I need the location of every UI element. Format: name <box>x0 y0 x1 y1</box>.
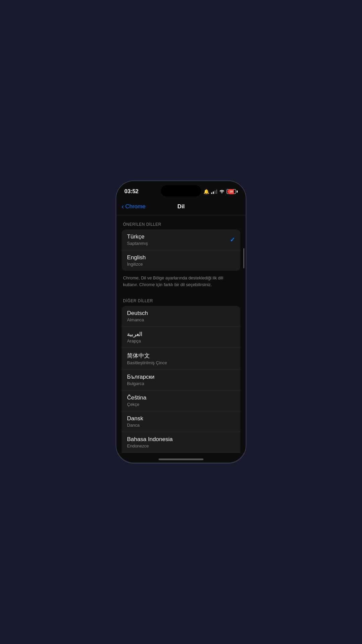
language-name-english: English <box>127 254 146 261</box>
language-text-turkish: Türkçe Saptanmış <box>127 233 148 246</box>
recommended-languages-list: Türkçe Saptanmış ✓ English İngilizce <box>122 229 240 271</box>
language-name-czech: Čeština <box>127 394 146 401</box>
checkmark-icon: ✓ <box>230 236 235 244</box>
language-item-indonesian[interactable]: Bahasa Indonesia Endonezce <box>122 432 240 453</box>
language-subtitle-indonesian: Endonezce <box>127 443 173 448</box>
signal-bars <box>211 189 217 194</box>
language-name-indonesian: Bahasa Indonesia <box>127 436 173 443</box>
language-item-czech[interactable]: Čeština Çekçe <box>122 390 240 411</box>
back-chevron-icon: ‹ <box>122 203 124 210</box>
language-item-chinese[interactable]: 简体中文 Basitleştirilmiş Çince <box>122 348 240 370</box>
battery: 20 <box>227 189 238 194</box>
language-name-danish: Dansk <box>127 415 143 422</box>
language-item-danish[interactable]: Dansk Danca <box>122 411 240 432</box>
home-indicator <box>159 459 203 460</box>
language-item-bulgarian[interactable]: Български Bulgarca <box>122 370 240 390</box>
language-text-indonesian: Bahasa Indonesia Endonezce <box>127 436 173 448</box>
language-item-english[interactable]: English İngilizce <box>122 250 240 271</box>
content-area: ÖNERİLEN DİLLER Türkçe Saptanmış ✓ Engli… <box>116 215 246 453</box>
bell-icon: 🔔 <box>203 189 209 194</box>
language-subtitle-czech: Çekçe <box>127 402 146 407</box>
language-name-bulgarian: Български <box>127 374 155 380</box>
language-subtitle-english: İngilizce <box>127 262 146 267</box>
back-label: Chrome <box>125 203 145 210</box>
language-name-turkish: Türkçe <box>127 233 148 240</box>
wifi-icon <box>219 189 225 194</box>
language-text-danish: Dansk Danca <box>127 415 143 428</box>
language-text-czech: Čeština Çekçe <box>127 394 146 407</box>
language-name-chinese: 简体中文 <box>127 352 167 360</box>
signal-bar-2 <box>213 192 214 194</box>
language-text-chinese: 简体中文 Basitleştirilmiş Çince <box>127 352 167 365</box>
status-time: 03:52 <box>124 188 138 195</box>
language-subtitle-bulgarian: Bulgarca <box>127 381 155 386</box>
signal-bar-1 <box>211 193 212 194</box>
language-text-english: English İngilizce <box>127 254 146 267</box>
language-item-turkish[interactable]: Türkçe Saptanmış ✓ <box>122 229 240 250</box>
language-subtitle-danish: Danca <box>127 423 143 428</box>
recommended-description: Chrome, Dil ve Bölge ayarlarında destekl… <box>116 271 246 292</box>
language-name-deutsch: Deutsch <box>127 310 148 317</box>
status-icons: 🔔 20 <box>203 189 238 194</box>
other-section-header: DİĞER DİLLER <box>116 292 246 306</box>
recommended-section-header: ÖNERİLEN DİLLER <box>116 215 246 229</box>
battery-body: 20 <box>227 189 236 194</box>
nav-bar: ‹ Chrome Dil <box>116 198 246 215</box>
language-name-arabic: العربية <box>127 331 142 338</box>
battery-tip <box>237 191 238 193</box>
language-subtitle-arabic: Arapça <box>127 338 142 343</box>
dynamic-island <box>161 185 201 197</box>
language-text-deutsch: Deutsch Almanca <box>127 310 148 322</box>
signal-bar-4 <box>216 190 217 194</box>
back-button[interactable]: ‹ Chrome <box>122 203 145 210</box>
language-subtitle-chinese: Basitleştirilmiş Çince <box>127 360 167 365</box>
signal-bar-3 <box>215 191 216 194</box>
other-languages-list: Deutsch Almanca العربية Arapça 简体中文 Basi… <box>122 306 240 453</box>
language-text-bulgarian: Български Bulgarca <box>127 374 155 386</box>
phone-frame: 03:52 🔔 20 <box>116 180 246 464</box>
language-item-arabic[interactable]: العربية Arapça <box>122 327 240 348</box>
language-subtitle-turkish: Saptanmış <box>127 241 148 246</box>
scrollbar[interactable] <box>243 248 244 268</box>
page-title: Dil <box>177 203 185 210</box>
language-subtitle-deutsch: Almanca <box>127 317 148 322</box>
language-item-deutsch[interactable]: Deutsch Almanca <box>122 306 240 327</box>
language-text-arabic: العربية Arapça <box>127 331 142 343</box>
battery-badge: 20 <box>229 189 234 194</box>
